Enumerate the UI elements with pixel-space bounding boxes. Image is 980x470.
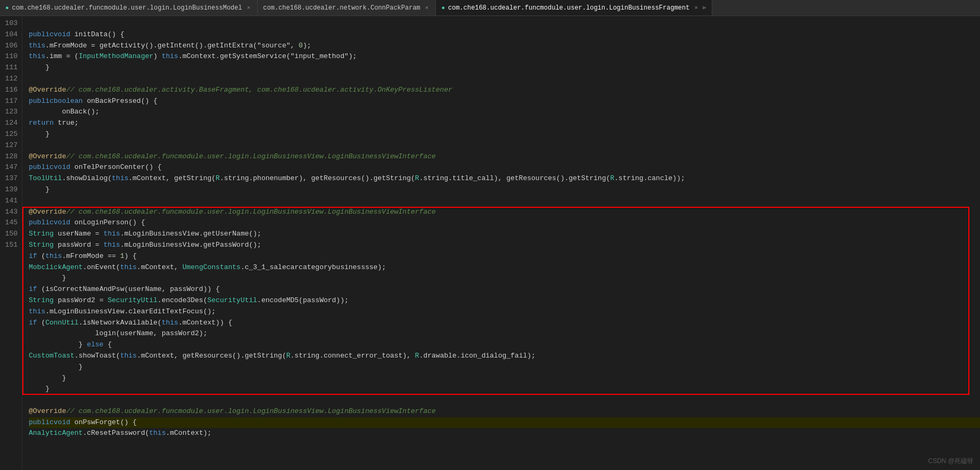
tab-bar: ● com.che168.ucdealer.funcmodule.user.lo… (0, 0, 980, 16)
code-line: ToolUtil.showDialog(this.mContext, getSt… (29, 173, 980, 184)
code-line: if (ConnUtil.isNetworkAvailable(this.mCo… (29, 318, 980, 329)
code-line (29, 18, 980, 29)
tab-icon-3: ● (441, 5, 445, 11)
code-line: String userName = this.mLoginBusinessVie… (29, 229, 980, 240)
code-line: if (this.mFromMode == 1) { (29, 251, 980, 262)
code-line: @Override // com.che168.ucdealer.funcmod… (29, 207, 980, 218)
code-line: @Override // com.che168.ucdealer.funcmod… (29, 406, 980, 417)
tab-close-3[interactable]: × (693, 4, 699, 12)
code-line (29, 395, 980, 406)
tab-close-1[interactable]: × (245, 4, 252, 12)
code-line: } (29, 362, 980, 373)
code-line: } (29, 62, 980, 74)
code-line: public void initData() { (29, 29, 980, 40)
code-line: public void onTelPersonCenter() { (29, 162, 980, 173)
line-numbers: 1031041061101111121161171231241251271281… (0, 16, 22, 470)
code-line: String passWord2 = SecurityUtil.encode3D… (29, 295, 980, 306)
code-content[interactable]: public void initData() { this.mFromMode … (22, 16, 980, 470)
code-line: this.imm = (InputMethodManager) this.mCo… (29, 51, 980, 62)
tab-label-3: com.che168.ucdealer.funcmodule.user.logi… (448, 4, 690, 12)
code-line: AnalyticAgent.cResetPassword(this.mConte… (29, 428, 980, 439)
code-line: } (29, 373, 980, 384)
code-line: this.mLoginBusinessView.clearEditTextFoc… (29, 306, 980, 318)
watermark: CSDN @死磕呀 (928, 457, 974, 466)
code-line (29, 74, 980, 85)
code-line: String passWord = this.mLoginBusinessVie… (29, 240, 980, 251)
code-line: public void onLoginPerson() { (29, 217, 980, 229)
code-line: onBack(); (29, 107, 980, 118)
code-line (29, 140, 980, 151)
code-line: MobclickAgent.onEvent(this.mContext, Ume… (29, 262, 980, 273)
code-line: if (isCorrectNameAndPsw(userName, passWo… (29, 284, 980, 295)
tab-1[interactable]: ● com.che168.ucdealer.funcmodule.user.lo… (0, 0, 258, 15)
code-line: public void onPswForget() { (29, 417, 980, 428)
tab-label-2: com.che168.ucdealer.network.ConnPackPara… (263, 4, 420, 12)
code-line: login(userName, passWord2); (29, 328, 980, 339)
code-line: return true; (29, 118, 980, 129)
code-line: public boolean onBackPressed() { (29, 96, 980, 107)
tab-close-2[interactable]: × (424, 4, 431, 12)
code-line (29, 196, 980, 207)
tab-2[interactable]: com.che168.ucdealer.network.ConnPackPara… (258, 0, 436, 15)
code-line: } (29, 273, 980, 284)
code-line: } else { (29, 339, 980, 351)
code-line: this.mFromMode = getActivity().getIntent… (29, 40, 980, 52)
code-line: } (29, 184, 980, 196)
tab-3[interactable]: ● com.che168.ucdealer.funcmodule.user.lo… (436, 0, 712, 15)
tab-icon-1: ● (5, 5, 9, 11)
code-line: @Override // com.che168.ucdealer.funcmod… (29, 151, 980, 163)
code-line: } (29, 384, 980, 395)
code-line: @Override // com.che168.ucdealer.activit… (29, 85, 980, 96)
code-line: } (29, 129, 980, 140)
code-line: CustomToast.showToast(this.mContext, get… (29, 351, 980, 362)
tab-pin-3: ⊳ (703, 4, 706, 11)
tab-label-1: com.che168.ucdealer.funcmodule.user.logi… (12, 4, 242, 12)
editor-area: 1031041061101111121161171231241251271281… (0, 16, 980, 470)
